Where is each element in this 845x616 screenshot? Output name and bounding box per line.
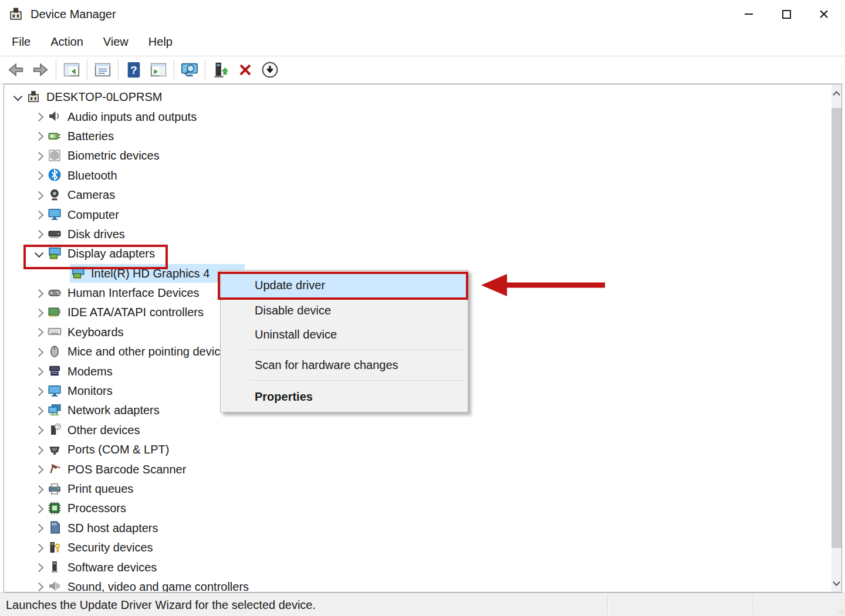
vertical-scrollbar[interactable] [832, 84, 841, 592]
chevron-right-icon[interactable] [32, 286, 46, 300]
context-menu-item-properties[interactable]: Properties [221, 384, 468, 409]
tree-item-display-adapters[interactable]: Display adapters [4, 244, 832, 263]
context-menu-item-disable-device[interactable]: Disable device [221, 299, 468, 323]
chevron-right-icon[interactable] [32, 227, 46, 241]
chevron-right-icon[interactable] [32, 404, 46, 418]
uninstall-device-button[interactable] [233, 58, 258, 82]
context-menu-item-update-driver[interactable]: Update driver [221, 272, 468, 299]
sd-card-icon [48, 520, 63, 536]
software-icon [48, 560, 63, 575]
tree-item-audio-inputs-and-outputs[interactable]: Audio inputs and outputs [4, 107, 832, 126]
context-menu-item-label: Disable device [255, 304, 331, 317]
tree-item-software-devices[interactable]: Software devices [4, 557, 832, 577]
menu-file[interactable]: File [11, 34, 32, 50]
status-divider [607, 595, 608, 615]
pos-scanner-icon [48, 462, 63, 477]
toolbar-separator [56, 60, 56, 80]
chevron-right-icon[interactable] [32, 364, 46, 378]
display-icon [71, 266, 86, 281]
tree-item-label: Print queues [67, 482, 133, 496]
chevron-right-icon[interactable] [32, 168, 46, 182]
resize-grip-icon[interactable] [836, 607, 844, 615]
audio-icon [48, 109, 63, 124]
chevron-down-icon[interactable] [11, 90, 25, 104]
properties-dialog-button[interactable] [90, 58, 115, 82]
tree-item-ports-com-lpt[interactable]: Ports (COM & LPT) [4, 440, 832, 459]
minimize-button[interactable] [730, 0, 768, 28]
disable-device-icon [261, 61, 279, 79]
chevron-right-icon[interactable] [32, 208, 46, 222]
back-icon [7, 61, 25, 79]
menu-view[interactable]: View [102, 34, 130, 50]
tree-item-biometric-devices[interactable]: Biometric devices [4, 146, 832, 165]
chevron-right-icon[interactable] [32, 423, 46, 437]
selected-highlight: Intel(R) HD Graphics 4 [70, 264, 245, 283]
context-menu-item-uninstall-device[interactable]: Uninstall device [221, 323, 468, 347]
window-controls: × [730, 0, 843, 28]
show-action-pane-button[interactable] [146, 58, 171, 82]
menu-action[interactable]: Action [49, 34, 84, 50]
ide-icon [48, 305, 63, 320]
disable-device-button[interactable] [258, 58, 282, 82]
chevron-right-icon[interactable] [32, 325, 46, 339]
context-menu-item-label: Properties [255, 390, 313, 404]
tree-item-security-devices[interactable]: Security devices [4, 538, 832, 557]
tree-item-pos-barcode-scanner[interactable]: POS Barcode Scanner [4, 459, 832, 479]
tree-item-label: Security devices [67, 541, 153, 554]
chevron-right-icon[interactable] [32, 149, 46, 163]
tree-item-batteries[interactable]: Batteries [4, 127, 832, 146]
tree-item-processors[interactable]: Processors [4, 499, 832, 518]
chevron-right-icon[interactable] [32, 502, 46, 516]
scrollbar-thumb[interactable] [832, 108, 841, 548]
chevron-right-icon[interactable] [32, 541, 46, 555]
scan-hardware-changes-button[interactable] [177, 58, 202, 82]
tree-item-sd-host-adapters[interactable]: SD host adapters [4, 519, 832, 538]
show-console-tree-button[interactable] [59, 58, 84, 82]
help-button[interactable]: ? [121, 58, 146, 82]
scroll-down-button[interactable] [832, 574, 841, 592]
context-menu-item-label: Scan for hardware changes [255, 358, 398, 372]
chevron-right-icon[interactable] [32, 443, 46, 457]
chevron-right-icon[interactable] [32, 384, 46, 398]
context-menu-item-label: Uninstall device [255, 328, 337, 341]
chevron-right-icon[interactable] [32, 521, 46, 535]
tree-item-computer[interactable]: Computer [4, 205, 832, 224]
tree-item-other-devices[interactable]: ?Other devices [4, 421, 832, 440]
maximize-button[interactable] [768, 0, 805, 28]
tree-item-label: Biometric devices [67, 149, 160, 163]
network-icon [48, 403, 63, 418]
forward-button[interactable] [28, 58, 53, 82]
chevron-right-icon[interactable] [32, 306, 46, 320]
back-button[interactable] [4, 58, 28, 82]
chevron-right-icon[interactable] [32, 580, 46, 592]
context-menu-item-scan-for-hardware-changes[interactable]: Scan for hardware changes [221, 353, 468, 377]
tree-item-disk-drives[interactable]: Disk drives [4, 225, 832, 244]
uninstall-device-icon [236, 61, 254, 79]
tree-item-sound-video-and-game-controllers[interactable]: Sound, video and game controllers [4, 577, 832, 592]
monitor-icon [48, 207, 63, 222]
chevron-right-icon[interactable] [32, 482, 46, 496]
tree-item-desktop-0loprsm[interactable]: DESKTOP-0LOPRSM [4, 87, 832, 107]
menu-help[interactable]: Help [147, 34, 174, 50]
display-icon [48, 246, 63, 262]
tree-item-label: Computer [67, 208, 119, 222]
tree-item-bluetooth[interactable]: Bluetooth [4, 166, 832, 185]
close-button[interactable]: × [805, 0, 843, 28]
chevron-right-icon[interactable] [32, 462, 46, 476]
tree-item-label: Cameras [67, 188, 115, 202]
chevron-right-icon[interactable] [32, 188, 46, 202]
show-console-tree-icon [63, 61, 80, 79]
sound-icon [48, 579, 63, 592]
chevron-right-icon[interactable] [32, 560, 46, 574]
chevron-right-icon[interactable] [32, 345, 46, 359]
tree-item-label: Human Interface Devices [67, 286, 200, 300]
tree-item-label: Bluetooth [67, 169, 117, 182]
tree-item-label: Audio inputs and outputs [67, 110, 197, 124]
scroll-up-button[interactable] [832, 84, 841, 102]
tree-item-cameras[interactable]: Cameras [4, 185, 832, 205]
update-driver-button[interactable] [208, 58, 233, 82]
chevron-right-icon[interactable] [32, 110, 46, 124]
chevron-right-icon[interactable] [32, 129, 46, 143]
chevron-down-icon[interactable] [32, 247, 46, 261]
tree-item-print-queues[interactable]: Print queues [4, 479, 832, 499]
